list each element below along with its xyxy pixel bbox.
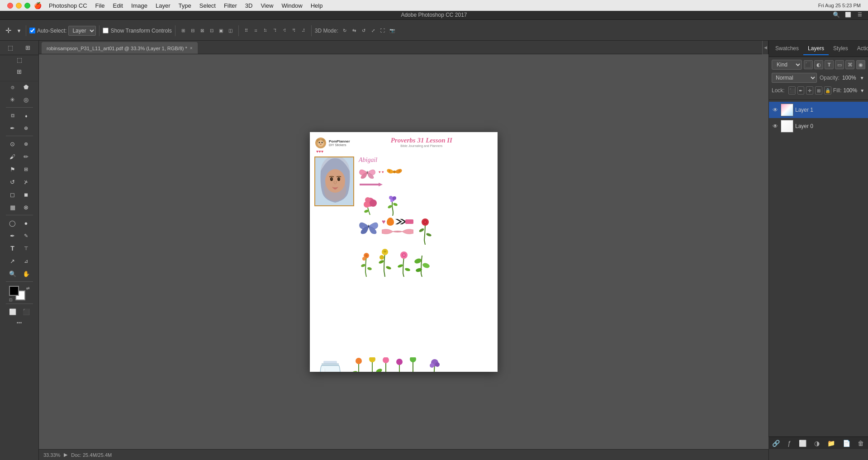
menu-type[interactable]: Type: [175, 1, 195, 10]
filter-smart-btn[interactable]: ⌘: [845, 60, 854, 69]
healing-brush-tool[interactable]: ⊗: [20, 138, 32, 150]
lock-pixels-btn[interactable]: ✒: [797, 86, 805, 95]
gradient-tool[interactable]: ▦: [7, 201, 19, 213]
nested-tool-btn[interactable]: ▼: [15, 25, 23, 36]
tool-options-2[interactable]: ⊞: [23, 43, 33, 53]
history-brush-tool[interactable]: ↺: [7, 176, 19, 188]
fill-stepper[interactable]: ▼: [859, 85, 865, 96]
align-left-btn[interactable]: ⊞: [179, 26, 188, 35]
menu-select[interactable]: Select: [196, 1, 219, 10]
new-group-btn[interactable]: 📁: [825, 439, 838, 448]
add-layer-style-btn[interactable]: ƒ: [785, 439, 794, 448]
tab-actions[interactable]: Actions: [853, 43, 868, 55]
3d-slide-btn[interactable]: ⤢: [369, 26, 378, 35]
3d-roll-btn[interactable]: ↺: [359, 26, 368, 35]
lock-position-btn[interactable]: ✛: [806, 86, 813, 95]
layers-kind-dropdown[interactable]: Kind: [772, 60, 802, 70]
layer-0-visibility[interactable]: 👁: [772, 123, 779, 130]
magic-wand-tool[interactable]: ✳: [7, 94, 19, 105]
3d-pan-btn[interactable]: ⇆: [350, 26, 359, 35]
traffic-light-red[interactable]: [7, 3, 13, 9]
path-selection-tool[interactable]: ↗: [7, 255, 19, 267]
filter-pixel-btn[interactable]: ⬛: [804, 60, 813, 69]
distribute-extra-btn[interactable]: ⠼: [299, 26, 308, 35]
quick-select-tool[interactable]: ◎: [20, 94, 32, 105]
text-tool[interactable]: T: [7, 242, 19, 254]
link-layers-btn[interactable]: 🔗: [769, 439, 783, 448]
filter-type-btn[interactable]: T: [825, 60, 834, 69]
menu-view[interactable]: View: [257, 1, 277, 10]
extra-tools-btn[interactable]: •••: [17, 320, 22, 325]
background-eraser-tool[interactable]: ◼: [20, 189, 32, 200]
doc-tab-close-btn[interactable]: ×: [190, 46, 193, 51]
panel-collapse-right-btn[interactable]: ◀: [762, 41, 768, 54]
eraser-tool[interactable]: ◻: [7, 189, 19, 200]
left-top-btn-2[interactable]: ⬚: [14, 54, 25, 65]
3d-camera-btn[interactable]: 📷: [388, 26, 397, 35]
tab-swatches[interactable]: Swatches: [771, 43, 803, 55]
menu-edit[interactable]: Edit: [109, 1, 127, 10]
menu-3d[interactable]: 3D: [242, 1, 256, 10]
align-right-btn[interactable]: ⊠: [198, 26, 207, 35]
dodge-tool[interactable]: ◯: [7, 217, 19, 229]
layer-item-1[interactable]: 👁 Layer 1: [769, 102, 868, 118]
art-history-brush-tool[interactable]: ⊁: [20, 176, 32, 188]
ps-menu-btn[interactable]: ☰: [855, 10, 864, 19]
burn-tool[interactable]: ●: [20, 217, 32, 229]
tab-layers[interactable]: Layers: [803, 43, 829, 55]
align-top-btn[interactable]: ⊡: [207, 26, 216, 35]
app-name-menu[interactable]: Photoshop CC: [45, 1, 91, 10]
filter-toggle-btn[interactable]: ◉: [856, 60, 865, 69]
direct-select-tool[interactable]: ⊿: [20, 255, 32, 267]
lock-transparent-btn[interactable]: ⬛: [788, 86, 796, 95]
blend-mode-dropdown[interactable]: Normal: [772, 73, 817, 83]
traffic-light-green[interactable]: [24, 3, 30, 9]
distribute-top-btn[interactable]: ⠿: [242, 26, 251, 35]
3d-rotate-btn[interactable]: ↻: [340, 26, 349, 35]
perspective-crop-tool[interactable]: ⬧: [20, 109, 32, 121]
paint-bucket-tool[interactable]: ⊗: [20, 201, 32, 213]
freeform-pen-tool[interactable]: ✎: [20, 230, 32, 242]
tool-options-1[interactable]: ⬚: [5, 43, 16, 53]
left-top-btn-3[interactable]: ⊞: [14, 66, 25, 77]
menu-file[interactable]: File: [92, 1, 109, 10]
ps-maximize-btn[interactable]: ⬜: [844, 10, 853, 19]
crop-tool[interactable]: ⧈: [7, 109, 19, 121]
layer-item-0[interactable]: 👁 Layer 0: [769, 118, 868, 134]
add-mask-btn[interactable]: ⬜: [796, 439, 809, 448]
pencil-tool[interactable]: ✏: [20, 151, 32, 162]
lock-all-btn[interactable]: 🔒: [824, 86, 831, 95]
distribute-bottom-btn[interactable]: ⠷: [261, 26, 270, 35]
auto-select-dropdown[interactable]: Layer: [68, 26, 96, 36]
vertical-type-tool[interactable]: ⊤: [20, 242, 32, 254]
add-adjustment-btn[interactable]: ◑: [811, 439, 822, 448]
align-bottom-btn[interactable]: ◫: [226, 26, 235, 35]
traffic-light-yellow[interactable]: [16, 3, 22, 9]
clone-stamp-tool[interactable]: ⚑: [7, 163, 19, 175]
new-layer-btn[interactable]: 📄: [840, 439, 853, 448]
move-tool-btn[interactable]: ✛: [3, 25, 14, 36]
spot-healing-brush-tool[interactable]: ⊙: [7, 138, 19, 150]
menu-help[interactable]: Help: [307, 1, 327, 10]
filter-shape-btn[interactable]: ▭: [835, 60, 844, 69]
align-center-h-btn[interactable]: ⊟: [188, 26, 197, 35]
menu-window[interactable]: Window: [278, 1, 306, 10]
hand-tool[interactable]: ✋: [20, 268, 32, 280]
swap-colors-btn[interactable]: ⇄: [26, 286, 30, 290]
distribute-right-btn[interactable]: ⠻: [289, 26, 299, 35]
delete-layer-btn[interactable]: 🗑: [855, 439, 867, 448]
menu-layer[interactable]: Layer: [152, 1, 174, 10]
brush-tool[interactable]: 🖌: [7, 151, 19, 162]
menu-filter[interactable]: Filter: [220, 1, 241, 10]
zoom-tool[interactable]: 🔍: [7, 268, 19, 280]
color-sampler-tool[interactable]: ⊕: [20, 122, 32, 134]
auto-select-checkbox[interactable]: [29, 28, 35, 33]
document-tab[interactable]: robinsampson_P31_L11_art01.pdf @ 33.3% (…: [42, 42, 198, 54]
standard-mode-btn[interactable]: ⬜: [7, 306, 19, 318]
transform-controls-checkbox[interactable]: [103, 28, 109, 33]
menu-image[interactable]: Image: [128, 1, 151, 10]
layer-1-visibility[interactable]: 👁: [772, 106, 779, 114]
eyedropper-tool[interactable]: ✒: [7, 122, 19, 134]
3d-scale-btn[interactable]: ⛶: [378, 26, 387, 35]
screen-mode-btn[interactable]: ⬛: [20, 306, 32, 318]
